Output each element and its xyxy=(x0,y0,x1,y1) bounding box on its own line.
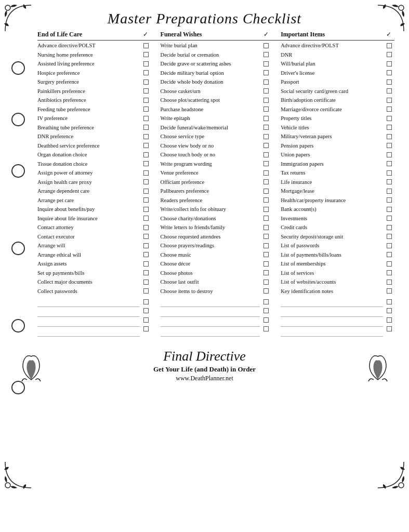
checkbox-cell[interactable] xyxy=(383,214,395,223)
checkbox-cell[interactable] xyxy=(260,50,272,60)
checkbox-cell[interactable] xyxy=(260,141,272,151)
checkbox[interactable] xyxy=(387,107,392,112)
checkbox[interactable] xyxy=(263,61,269,66)
checkbox-cell[interactable] xyxy=(260,114,272,123)
checkbox[interactable] xyxy=(387,170,392,176)
blank-checkbox-cell[interactable] xyxy=(140,307,152,316)
checkbox[interactable] xyxy=(263,88,269,94)
checkbox[interactable] xyxy=(143,197,149,203)
checkbox[interactable] xyxy=(387,43,392,48)
checkbox-cell[interactable] xyxy=(383,159,395,169)
checkbox-cell[interactable] xyxy=(260,223,272,232)
checkbox-cell[interactable] xyxy=(383,196,395,205)
checkbox-cell[interactable] xyxy=(140,41,152,50)
checkbox[interactable] xyxy=(143,225,149,230)
checkbox-cell[interactable] xyxy=(140,277,152,287)
checkbox[interactable] xyxy=(387,252,392,257)
checkbox-cell[interactable] xyxy=(260,168,272,178)
checkbox-cell[interactable] xyxy=(260,269,272,278)
checkbox[interactable] xyxy=(387,308,392,313)
checkbox[interactable] xyxy=(263,52,269,57)
checkbox[interactable] xyxy=(143,107,149,112)
checkbox[interactable] xyxy=(387,216,392,221)
checkbox-cell[interactable] xyxy=(140,168,152,178)
checkbox-cell[interactable] xyxy=(140,50,152,60)
checkbox-cell[interactable] xyxy=(140,132,152,141)
checkbox-cell[interactable] xyxy=(140,123,152,132)
checkbox[interactable] xyxy=(263,116,269,121)
checkbox[interactable] xyxy=(263,79,269,85)
checkbox-cell[interactable] xyxy=(260,187,272,196)
checkbox[interactable] xyxy=(143,261,149,267)
checkbox[interactable] xyxy=(143,43,149,48)
checkbox[interactable] xyxy=(143,70,149,75)
checkbox[interactable] xyxy=(263,161,269,166)
checkbox-cell[interactable] xyxy=(140,150,152,159)
checkbox-cell[interactable] xyxy=(383,123,395,132)
checkbox[interactable] xyxy=(387,79,392,85)
blank-checkbox-cell[interactable] xyxy=(260,297,272,307)
checkbox-cell[interactable] xyxy=(383,259,395,269)
checkbox[interactable] xyxy=(387,70,392,75)
checkbox[interactable] xyxy=(143,299,149,304)
checkbox-cell[interactable] xyxy=(260,41,272,50)
checkbox-cell[interactable] xyxy=(140,287,152,296)
checkbox-cell[interactable] xyxy=(383,77,395,87)
checkbox-cell[interactable] xyxy=(383,241,395,250)
checkbox-cell[interactable] xyxy=(383,105,395,114)
blank-checkbox-cell[interactable] xyxy=(260,325,272,334)
checkbox[interactable] xyxy=(263,234,269,239)
checkbox[interactable] xyxy=(387,134,392,139)
checkbox-cell[interactable] xyxy=(260,196,272,205)
checkbox-cell[interactable] xyxy=(260,287,272,296)
checkbox[interactable] xyxy=(263,270,269,275)
checkbox-cell[interactable] xyxy=(260,159,272,169)
checkbox[interactable] xyxy=(263,326,269,331)
checkbox[interactable] xyxy=(143,143,149,148)
checkbox-cell[interactable] xyxy=(383,41,395,50)
checkbox[interactable] xyxy=(387,261,392,267)
blank-checkbox-cell[interactable] xyxy=(260,307,272,316)
checkbox-cell[interactable] xyxy=(260,59,272,69)
checkbox-cell[interactable] xyxy=(140,141,152,151)
checkbox-cell[interactable] xyxy=(383,287,395,296)
checkbox-cell[interactable] xyxy=(383,250,395,260)
checkbox-cell[interactable] xyxy=(260,96,272,105)
checkbox[interactable] xyxy=(263,299,269,304)
checkbox[interactable] xyxy=(143,161,149,166)
checkbox-cell[interactable] xyxy=(260,69,272,78)
checkbox[interactable] xyxy=(263,98,269,103)
blank-checkbox-cell[interactable] xyxy=(140,297,152,307)
checkbox-cell[interactable] xyxy=(383,168,395,178)
checkbox-cell[interactable] xyxy=(260,277,272,287)
checkbox[interactable] xyxy=(143,125,149,130)
checkbox-cell[interactable] xyxy=(140,77,152,87)
checkbox[interactable] xyxy=(143,98,149,103)
checkbox[interactable] xyxy=(387,225,392,230)
checkbox-cell[interactable] xyxy=(383,232,395,242)
blank-checkbox-cell[interactable] xyxy=(383,325,395,334)
checkbox[interactable] xyxy=(263,207,269,212)
checkbox[interactable] xyxy=(387,179,392,184)
checkbox[interactable] xyxy=(263,125,269,130)
checkbox-cell[interactable] xyxy=(383,141,395,151)
checkbox-cell[interactable] xyxy=(140,59,152,69)
checkbox[interactable] xyxy=(263,197,269,203)
checkbox-cell[interactable] xyxy=(260,232,272,242)
checkbox-cell[interactable] xyxy=(260,77,272,87)
checkbox[interactable] xyxy=(387,243,392,248)
checkbox[interactable] xyxy=(263,280,269,285)
checkbox[interactable] xyxy=(387,197,392,203)
checkbox-cell[interactable] xyxy=(140,159,152,169)
checkbox-cell[interactable] xyxy=(140,269,152,278)
checkbox-cell[interactable] xyxy=(140,196,152,205)
checkbox[interactable] xyxy=(387,189,392,194)
checkbox[interactable] xyxy=(387,317,392,323)
checkbox[interactable] xyxy=(143,326,149,331)
checkbox[interactable] xyxy=(263,107,269,112)
checkbox[interactable] xyxy=(263,252,269,257)
checkbox-cell[interactable] xyxy=(260,178,272,187)
checkbox-cell[interactable] xyxy=(383,50,395,60)
checkbox[interactable] xyxy=(263,170,269,176)
checkbox-cell[interactable] xyxy=(140,69,152,78)
